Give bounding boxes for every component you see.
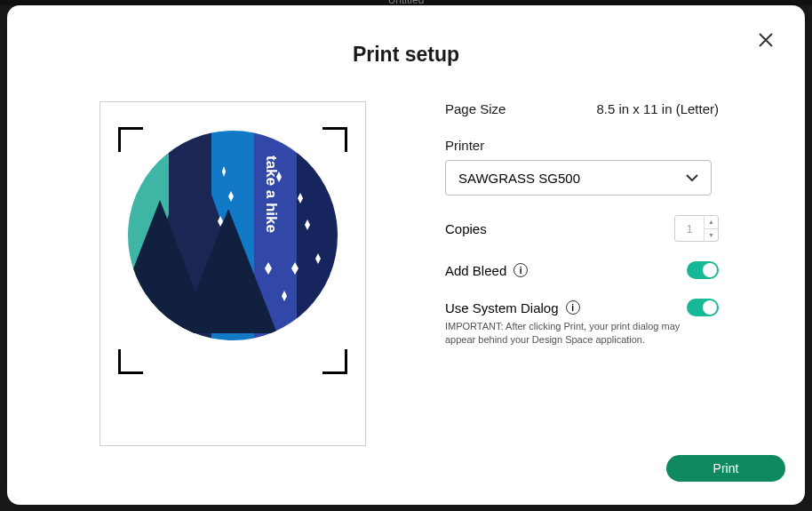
printer-label: Printer xyxy=(445,138,719,153)
print-setup-modal: Print setup xyxy=(7,5,805,505)
copies-decrement[interactable]: ▼ xyxy=(705,229,718,242)
settings-panel: Page Size 8.5 in x 11 in (Letter) Printe… xyxy=(445,101,719,347)
info-icon[interactable]: i xyxy=(566,300,580,315)
copies-stepper[interactable]: 1 ▲ ▼ xyxy=(674,215,719,242)
copies-value: 1 xyxy=(675,216,704,241)
print-button-label: Print xyxy=(713,461,739,475)
svg-rect-5 xyxy=(297,129,339,342)
page-size-row: Page Size 8.5 in x 11 in (Letter) xyxy=(445,101,719,116)
registration-mark-br xyxy=(322,349,347,374)
print-preview: take a hike xyxy=(100,101,366,446)
modal-title: Print setup xyxy=(7,43,805,67)
page-size-label: Page Size xyxy=(445,101,506,116)
design-artwork: take a hike xyxy=(126,129,339,342)
add-bleed-toggle[interactable] xyxy=(687,261,719,279)
registration-mark-bl xyxy=(118,349,143,374)
printer-selected-value: SAWGRASS SG500 xyxy=(458,171,580,186)
copies-label: Copies xyxy=(445,221,487,236)
design-text: take a hike xyxy=(263,156,280,233)
system-dialog-toggle[interactable] xyxy=(687,299,719,316)
info-icon[interactable]: i xyxy=(513,263,528,277)
print-button[interactable]: Print xyxy=(666,455,785,482)
chevron-down-icon xyxy=(686,174,698,181)
page-size-value: 8.5 in x 11 in (Letter) xyxy=(596,101,719,116)
add-bleed-label: Add Bleed xyxy=(445,263,506,278)
system-dialog-note: IMPORTANT: After clicking Print, your pr… xyxy=(445,320,703,347)
system-dialog-label: Use System Dialog xyxy=(445,300,559,315)
copies-increment[interactable]: ▲ xyxy=(705,216,718,229)
printer-select[interactable]: SAWGRASS SG500 xyxy=(445,160,712,196)
